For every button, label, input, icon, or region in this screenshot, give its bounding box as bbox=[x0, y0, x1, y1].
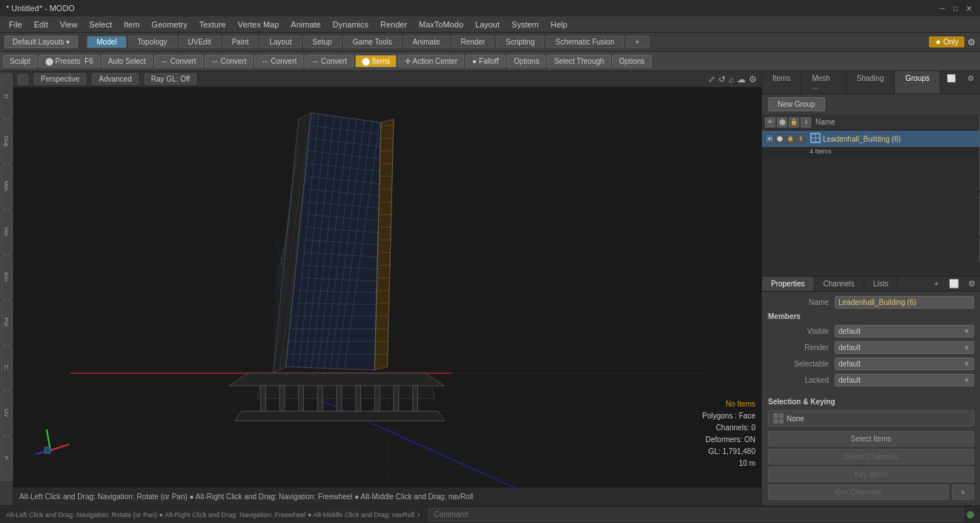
select-channels-button[interactable]: Select Channels bbox=[768, 449, 974, 464]
tab-uvedit[interactable]: UVEdit bbox=[179, 36, 221, 48]
presets-button[interactable]: ⬤ Presets F6 bbox=[39, 55, 100, 68]
group-item-leadenhall[interactable]: 👁 ⬤ 🔒 ℹ Leadenhall_Building (6) bbox=[762, 131, 980, 148]
convert-button-4[interactable]: ↔ Convert bbox=[305, 55, 354, 68]
visibility-header-icon[interactable]: 👁 bbox=[765, 117, 775, 128]
tab-layout[interactable]: Layout bbox=[259, 36, 301, 48]
props-settings-button[interactable]: ⚙ bbox=[964, 277, 980, 290]
minimize-button[interactable]: ─ bbox=[937, 3, 947, 13]
menu-dynamics[interactable]: Dynamics bbox=[327, 19, 374, 30]
options-button-1[interactable]: Options bbox=[507, 55, 546, 68]
menu-help[interactable]: Help bbox=[545, 19, 574, 30]
name-input[interactable]: Leadenhall_Building (6) bbox=[835, 296, 974, 309]
viewport-toggle[interactable] bbox=[18, 74, 28, 85]
menu-texture[interactable]: Texture bbox=[193, 19, 232, 30]
advanced-button[interactable]: Advanced bbox=[92, 73, 138, 85]
tab-schematic-fusion[interactable]: Schematic Fusion bbox=[546, 36, 623, 48]
props-tab-properties[interactable]: Properties bbox=[762, 277, 815, 291]
tab-animate[interactable]: Animate bbox=[403, 36, 450, 48]
info-header-icon[interactable]: ℹ bbox=[801, 117, 811, 128]
viewport-settings-icon[interactable]: ⚙ bbox=[749, 74, 757, 85]
rp-expand-button[interactable]: ⬜ bbox=[941, 71, 961, 93]
group-render-icon[interactable]: ⬤ bbox=[775, 134, 784, 143]
tab-topology[interactable]: Topology bbox=[128, 36, 177, 48]
sidebar-tab-vert[interactable]: Ver. bbox=[1, 210, 13, 254]
menu-maxtomodo[interactable]: MaxToModo bbox=[413, 19, 469, 30]
menu-file[interactable]: File bbox=[3, 19, 28, 30]
props-tab-channels[interactable]: Channels bbox=[815, 277, 864, 291]
menu-render[interactable]: Render bbox=[374, 19, 413, 30]
only-button[interactable]: ★ Only bbox=[929, 36, 964, 47]
tab-setup[interactable]: Setup bbox=[303, 36, 342, 48]
props-tab-lists[interactable]: Lists bbox=[864, 277, 898, 291]
tab-scripting[interactable]: Scripting bbox=[496, 36, 544, 48]
menu-item[interactable]: Item bbox=[118, 19, 145, 30]
maximize-button[interactable]: □ bbox=[950, 3, 961, 13]
key-items-button[interactable]: Key Items bbox=[768, 467, 974, 482]
menu-geometry[interactable]: Geometry bbox=[145, 19, 193, 30]
rp-tab-mesh[interactable]: Mesh ... bbox=[801, 71, 846, 93]
lock-header-icon[interactable]: 🔒 bbox=[789, 117, 799, 128]
tab-model[interactable]: Model bbox=[87, 36, 126, 48]
falloff-button[interactable]: ● Falloff bbox=[466, 55, 506, 68]
group-lock-icon[interactable]: 🔒 bbox=[786, 134, 795, 143]
tab-paint[interactable]: Paint bbox=[222, 36, 259, 48]
options-button-2[interactable]: Options bbox=[612, 55, 651, 68]
menu-select[interactable]: Select bbox=[83, 19, 118, 30]
group-info-icon[interactable]: ℹ bbox=[796, 134, 805, 143]
action-center-button[interactable]: ✛ Action Center bbox=[398, 55, 464, 68]
close-button[interactable]: ✕ bbox=[964, 3, 974, 13]
sidebar-tab-dup[interactable]: Dup. bbox=[1, 119, 13, 164]
rp-tab-items[interactable]: Items bbox=[762, 71, 801, 93]
menu-system[interactable]: System bbox=[506, 19, 545, 30]
render-select[interactable]: default ▼ bbox=[835, 341, 974, 354]
layout-gear-button[interactable]: ⚙ bbox=[967, 37, 976, 47]
key-channels-button[interactable]: Key Channels bbox=[768, 484, 949, 500]
auto-select-button[interactable]: Auto Select bbox=[102, 55, 153, 68]
expand-button[interactable]: » bbox=[952, 484, 974, 500]
tab-game-tools[interactable]: Game Tools bbox=[343, 36, 402, 48]
menu-animate[interactable]: Animate bbox=[285, 19, 326, 30]
sidebar-tab-deform[interactable]: D bbox=[1, 74, 13, 119]
render-header-icon[interactable]: ⬤ bbox=[777, 117, 787, 128]
select-items-button[interactable]: Select Items bbox=[768, 431, 974, 447]
convert-button-1[interactable]: ↔ Convert bbox=[154, 55, 203, 68]
rp-tab-groups[interactable]: Groups bbox=[895, 71, 941, 93]
rp-gear-button[interactable]: ⚙ bbox=[961, 71, 980, 93]
sidebar-tab-uv[interactable]: UV bbox=[1, 391, 13, 435]
viewport-fit-icon[interactable]: ⤢ bbox=[708, 74, 715, 85]
new-group-button[interactable]: New Group bbox=[768, 97, 825, 111]
default-layouts-button[interactable]: Default Layouts ▾ bbox=[4, 36, 78, 48]
select-through-button[interactable]: Select Through bbox=[547, 55, 611, 68]
convert-button-3[interactable]: ↔ Convert bbox=[254, 55, 303, 68]
menu-view[interactable]: View bbox=[54, 19, 84, 30]
convert-button-2[interactable]: ↔ Convert bbox=[205, 55, 254, 68]
locked-select[interactable]: default ▼ bbox=[835, 374, 974, 387]
window-controls[interactable]: ─ □ ✕ bbox=[937, 3, 974, 13]
menu-vertex-map[interactable]: Vertex Map bbox=[232, 19, 285, 30]
sidebar-tab-pol[interactable]: Pol. bbox=[1, 300, 13, 345]
props-add-button[interactable]: + bbox=[928, 278, 944, 289]
viewport-search-icon[interactable]: ⌕ bbox=[729, 74, 734, 85]
items-button[interactable]: ⬤ Items bbox=[355, 55, 397, 68]
tab-add[interactable]: + bbox=[626, 36, 649, 48]
menu-edit[interactable]: Edit bbox=[28, 19, 54, 30]
props-expand-button[interactable]: ⬜ bbox=[944, 277, 964, 290]
sidebar-tab-em[interactable]: Em. bbox=[1, 255, 13, 300]
menu-layout[interactable]: Layout bbox=[469, 19, 506, 30]
sidebar-tab-c[interactable]: C. bbox=[1, 346, 13, 390]
selectable-select[interactable]: default ▼ bbox=[835, 358, 974, 370]
rp-tab-shading[interactable]: Shading bbox=[847, 71, 895, 93]
status-arrow[interactable]: › bbox=[417, 510, 420, 519]
viewport-refresh-icon[interactable]: ↺ bbox=[718, 74, 726, 85]
command-input[interactable] bbox=[428, 508, 964, 522]
3d-viewport[interactable]: No Items Polygons : Face Channels: 0 Def… bbox=[13, 88, 761, 487]
perspective-button[interactable]: Perspective bbox=[34, 73, 86, 85]
viewport-shading-icon[interactable]: ☁ bbox=[737, 74, 746, 85]
tab-render-layout[interactable]: Render bbox=[451, 36, 495, 48]
sidebar-tab-mer[interactable]: Mer. bbox=[1, 165, 13, 209]
visible-select[interactable]: default ▼ bbox=[835, 325, 974, 338]
group-vis-icon[interactable]: 👁 bbox=[765, 134, 774, 143]
sidebar-tab-f[interactable]: F. bbox=[1, 436, 13, 481]
ray-off-button[interactable]: Ray GL: Off bbox=[145, 73, 197, 85]
sculpt-button[interactable]: Sculpt bbox=[3, 55, 37, 68]
